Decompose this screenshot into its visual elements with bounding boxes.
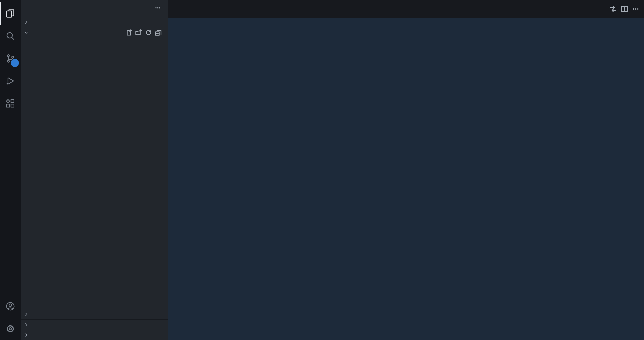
explorer-more-actions-icon[interactable]	[154, 5, 161, 13]
collapse-folders-icon[interactable]	[155, 29, 162, 36]
refresh-icon[interactable]	[145, 29, 152, 36]
code-editor[interactable]	[168, 28, 644, 340]
source-control-badge	[11, 59, 19, 67]
tab-bar	[168, 0, 644, 18]
chevron-right-icon	[22, 322, 30, 327]
chevron-right-icon	[22, 20, 30, 25]
timeline-section[interactable]	[21, 319, 168, 330]
chevron-right-icon	[22, 312, 30, 317]
vscode-window	[0, 0, 644, 340]
account-icon[interactable]	[0, 295, 21, 317]
tabs-list	[168, 0, 605, 18]
search-icon[interactable]	[0, 25, 21, 47]
more-actions-icon[interactable]	[632, 5, 640, 13]
activity-bar	[0, 0, 21, 340]
sidebar-header	[21, 0, 168, 17]
settings-gear-icon[interactable]	[0, 317, 21, 340]
extensions-icon[interactable]	[0, 92, 21, 115]
editor-actions	[605, 0, 644, 18]
chevron-down-icon	[22, 30, 30, 35]
chevron-right-icon	[22, 332, 30, 337]
project-section[interactable]	[21, 28, 168, 38]
editor-region	[168, 0, 644, 340]
new-folder-icon[interactable]	[135, 29, 142, 36]
file-tree	[21, 38, 168, 309]
split-editor-icon[interactable]	[621, 5, 628, 13]
explorer-actions	[125, 29, 166, 36]
run-debug-icon[interactable]	[0, 70, 21, 92]
overview-ruler[interactable]	[634, 18, 644, 340]
compare-changes-icon[interactable]	[610, 5, 617, 13]
explorer-sidebar	[21, 0, 168, 340]
explorer-files-icon[interactable]	[0, 2, 21, 25]
minimap[interactable]	[588, 28, 634, 340]
new-file-icon[interactable]	[125, 29, 132, 36]
npm-scripts-section[interactable]	[21, 330, 168, 340]
source-control-icon[interactable]	[0, 47, 21, 70]
open-editors-section[interactable]	[21, 17, 168, 28]
outline-section[interactable]	[21, 309, 168, 319]
breadcrumb	[168, 18, 644, 28]
